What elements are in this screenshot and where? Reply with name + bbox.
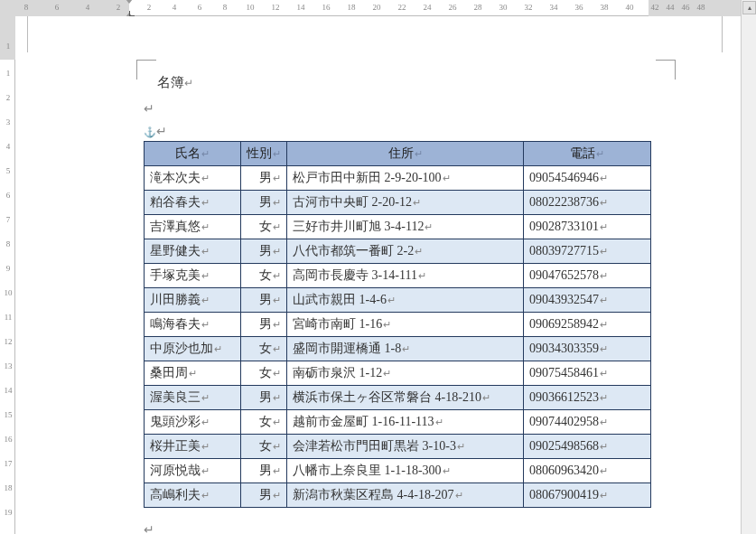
cell-name: 川田勝義↵ [145, 288, 241, 313]
cell-phone: 09034303359↵ [523, 337, 650, 361]
cell-address: 八代市都筑一番町 2-2↵ [287, 239, 524, 264]
vertical-ruler: 11234567891011121314151617181920 [0, 16, 15, 534]
ruler-h-tick: 38 [598, 3, 611, 12]
ruler-h-tick: 32 [522, 3, 535, 12]
ruler-v-tick: 6 [3, 191, 14, 200]
ruler-h-tick: 18 [345, 3, 358, 12]
cell-gender: 男↵ [240, 313, 286, 337]
cell-address: 横浜市保土ヶ谷区常磐台 4-18-210↵ [287, 386, 524, 410]
ruler-h-tick: 28 [471, 3, 484, 12]
cell-phone: 09069258942↵ [523, 313, 650, 337]
ruler-v-tick: 19 [3, 508, 14, 517]
ruler-h-tick: 22 [396, 3, 408, 12]
cell-phone: 09074402958↵ [523, 410, 650, 435]
ruler-v-tick: 7 [3, 215, 14, 224]
document-page: 名簿↵ ↵ ⚓↵ 氏名↵ 性別↵ 住所↵ 電話↵ 滝本次夫↵男↵松戸市田中新田 … [27, 16, 723, 52]
ruler-h-tick: 34 [547, 3, 560, 12]
header-name: 氏名↵ [145, 142, 241, 166]
cell-gender: 女↵ [240, 435, 286, 459]
cell-phone: 09047652578↵ [523, 264, 650, 288]
cell-gender: 女↵ [240, 410, 286, 435]
ruler-h-tick: 6 [51, 3, 63, 12]
empty-paragraph: ↵ [144, 101, 154, 117]
ruler-v-tick: 16 [3, 435, 14, 444]
page-area: 名簿↵ ↵ ⚓↵ 氏名↵ 性別↵ 住所↵ 電話↵ 滝本次夫↵男↵松戸市田中新田 … [15, 16, 741, 534]
directory-table-container: 氏名↵ 性別↵ 住所↵ 電話↵ 滝本次夫↵男↵松戸市田中新田 2-9-20-10… [144, 141, 651, 508]
title-text: 名簿 [157, 75, 184, 89]
cell-name: 鳴海春夫↵ [145, 313, 241, 337]
vertical-scrollbar[interactable]: ▴ [741, 0, 756, 534]
cell-gender: 男↵ [240, 386, 286, 410]
ruler-v-tick: 2 [3, 93, 14, 102]
anchor-icon: ⚓ [144, 126, 156, 137]
table-row: 吉澤真悠↵女↵三好市井川町旭 3-4-112↵09028733101↵ [145, 215, 651, 239]
table-row: 桑田周↵女↵南砺市泉沢 1-12↵09075458461↵ [145, 361, 651, 386]
ruler-h-tick: 4 [168, 3, 181, 12]
ruler-h-tick: 4 [81, 3, 94, 12]
ruler-h-tick: 16 [320, 3, 332, 12]
table-row: 川田勝義↵男↵山武市親田 1-4-6↵09043932547↵ [145, 288, 651, 313]
ruler-h-tick: 30 [497, 3, 509, 12]
ruler-v-tick: 14 [3, 386, 14, 395]
cell-gender: 男↵ [240, 239, 286, 264]
header-gender: 性別↵ [240, 142, 286, 166]
anchor-paragraph: ⚓↵ [144, 124, 167, 139]
ruler-v-tick: 12 [3, 337, 14, 346]
ruler-v-tick: 1 [3, 42, 14, 51]
cell-address: 三好市井川町旭 3-4-112↵ [287, 215, 524, 239]
ruler-h-tick: 46 [679, 3, 692, 12]
scroll-up-icon[interactable]: ▴ [742, 1, 756, 14]
cell-address: 高岡市長慶寺 3-14-111↵ [287, 264, 524, 288]
cell-address: 南砺市泉沢 1-12↵ [287, 361, 524, 386]
ruler-h-tick: 24 [421, 3, 434, 12]
ruler-v-tick: 11 [3, 313, 14, 322]
cell-address: 松戸市田中新田 2-9-20-100↵ [287, 166, 524, 191]
directory-table: 氏名↵ 性別↵ 住所↵ 電話↵ 滝本次夫↵男↵松戸市田中新田 2-9-20-10… [144, 141, 651, 508]
cell-address: 宮崎市南町 1-16↵ [287, 313, 524, 337]
cell-name: 滝本次夫↵ [145, 166, 241, 191]
ruler-h-tick: 44 [664, 3, 677, 12]
ruler-v-tick: 3 [3, 117, 14, 126]
cell-address: 古河市中央町 2-20-12↵ [287, 191, 524, 215]
cell-address: 盛岡市開運橋通 1-8↵ [287, 337, 524, 361]
header-address: 住所↵ [287, 142, 524, 166]
cell-gender: 男↵ [240, 459, 286, 483]
cell-phone: 09028733101↵ [523, 215, 650, 239]
table-row: 星野健夫↵男↵八代市都筑一番町 2-2↵08039727715↵ [145, 239, 651, 264]
ruler-v-tick: 10 [3, 288, 14, 297]
ruler-v-tick: 9 [3, 264, 14, 273]
cell-name: 高嶋利夫↵ [145, 483, 241, 508]
ruler-h-tick: 42 [649, 3, 661, 12]
table-row: 粕谷春夫↵男↵古河市中央町 2-20-12↵08022238736↵ [145, 191, 651, 215]
horizontal-ruler: 8642246810121416182022242628303234363840… [0, 0, 741, 16]
cell-phone: 08022238736↵ [523, 191, 650, 215]
ruler-h-tick: 10 [244, 3, 257, 12]
ruler-h-tick: 40 [623, 3, 636, 12]
ruler-h-tick: 2 [112, 3, 125, 12]
cell-name: 中原沙也加↵ [145, 337, 241, 361]
cell-name: 桜井正美↵ [145, 435, 241, 459]
cell-gender: 男↵ [240, 483, 286, 508]
margin-corner-top-left [136, 60, 156, 80]
table-row: 中原沙也加↵女↵盛岡市開運橋通 1-8↵09034303359↵ [145, 337, 651, 361]
ruler-h-tick: 36 [573, 3, 585, 12]
ruler-h-tick: 12 [269, 3, 282, 12]
ruler-h-tick: 8 [20, 3, 33, 12]
ruler-v-tick: 13 [3, 361, 14, 370]
cell-address: 八幡市上奈良里 1-1-18-300↵ [287, 459, 524, 483]
cell-phone: 09075458461↵ [523, 361, 650, 386]
cell-phone: 08060963420↵ [523, 459, 650, 483]
cell-name: 粕谷春夫↵ [145, 191, 241, 215]
table-row: 桜井正美↵女↵会津若松市門田町黒岩 3-10-3↵09025498568↵ [145, 435, 651, 459]
ruler-v-tick: 15 [3, 410, 14, 419]
ruler-v-tick: 18 [3, 483, 14, 492]
ruler-h-tick: 6 [193, 3, 206, 12]
cell-name: 渥美良三↵ [145, 386, 241, 410]
cell-phone: 09043932547↵ [523, 288, 650, 313]
cell-address: 会津若松市門田町黒岩 3-10-3↵ [287, 435, 524, 459]
margin-corner-top-right [656, 60, 676, 80]
ruler-h-tick: 8 [219, 3, 231, 12]
cell-gender: 男↵ [240, 191, 286, 215]
cell-phone: 08067900419↵ [523, 483, 650, 508]
ruler-h-tick: 2 [143, 3, 155, 12]
